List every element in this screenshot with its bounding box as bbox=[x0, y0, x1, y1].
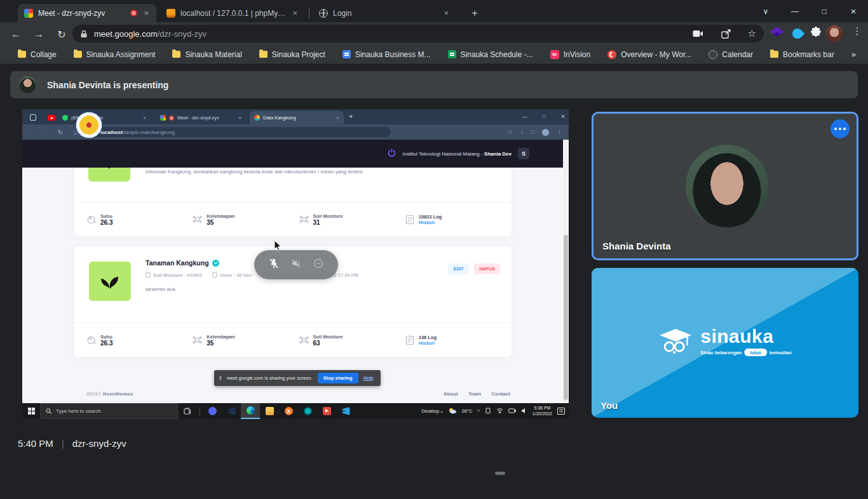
bookmark-calendar[interactable]: Calendar bbox=[709, 50, 753, 59]
copyright-name: Keenthemes bbox=[103, 391, 133, 397]
close-tab-icon[interactable]: × bbox=[142, 8, 150, 18]
scrollbar-track[interactable] bbox=[563, 140, 569, 403]
task-view-icon[interactable] bbox=[178, 408, 197, 415]
bookmark-business[interactable]: Sinauka Business M... bbox=[342, 50, 431, 59]
inner-minimize-icon: — bbox=[517, 109, 533, 123]
stat-value: 31 bbox=[313, 219, 343, 226]
tile-more-options-button[interactable] bbox=[831, 119, 850, 138]
taskbar-red-app-icon[interactable] bbox=[317, 403, 336, 419]
close-tab-icon[interactable]: × bbox=[442, 8, 450, 18]
tab-phpmyadmin[interactable]: localhost / 127.0.0.1 | phpMyAdm × bbox=[160, 4, 305, 22]
footer-link-team[interactable]: Team bbox=[468, 391, 481, 397]
scrollbar-thumb[interactable] bbox=[564, 235, 568, 400]
unpin-icon bbox=[268, 258, 280, 272]
tab-meet[interactable]: Meet - dzr-snyd-zyv × bbox=[18, 4, 156, 22]
camera-in-use-icon[interactable] bbox=[693, 30, 703, 37]
bookmarks-overflow-icon[interactable]: » bbox=[851, 50, 856, 59]
footer-link-about[interactable]: About bbox=[444, 391, 458, 397]
desktop-toolbar-label[interactable]: Desktop » bbox=[422, 408, 443, 414]
extension-drop-icon[interactable] bbox=[790, 27, 804, 41]
inner-tab-data-kangkung: Data Kangkung × bbox=[250, 111, 344, 124]
tab-login[interactable]: Login × bbox=[313, 4, 456, 22]
tag-icon bbox=[212, 272, 217, 277]
close-tab-icon[interactable]: × bbox=[291, 8, 299, 18]
profile-avatar[interactable] bbox=[826, 25, 843, 42]
action-center-icon[interactable] bbox=[557, 408, 565, 415]
taskbar-vscode-dark-icon[interactable] bbox=[222, 403, 241, 419]
inner-reload-icon: ↻ bbox=[53, 129, 68, 136]
taskbar-discord-icon[interactable] bbox=[203, 403, 222, 419]
address-bar[interactable]: meet.google.com /dzr-snyd-zyv ☆ bbox=[72, 25, 764, 43]
university-logo bbox=[76, 112, 102, 138]
inner-profile-avatar bbox=[542, 129, 549, 136]
meeting-time: 5:40 PM bbox=[18, 438, 53, 449]
share-icon[interactable] bbox=[721, 29, 731, 39]
bookmark-star-icon[interactable]: ☆ bbox=[748, 28, 756, 39]
drag-grip-icon[interactable]: ‖ bbox=[219, 375, 222, 382]
hide-link[interactable]: Hide bbox=[363, 375, 374, 381]
shared-screen-presentation[interactable]: (69) WhatsApp × Meet - dzr-snyd-zyv × Da… bbox=[22, 109, 569, 419]
bookmark-invision[interactable]: inInVision bbox=[550, 50, 590, 59]
presenting-banner: Shania Devinta is presenting bbox=[10, 71, 858, 98]
invision-icon: in bbox=[550, 50, 559, 59]
site-header: Institut Teknologi Nasional Malang - Sha… bbox=[22, 140, 569, 168]
taskbar-edge-icon[interactable] bbox=[241, 403, 260, 419]
reload-icon[interactable]: ↻ bbox=[53, 26, 70, 43]
bookmark-label: Collage bbox=[31, 50, 57, 59]
site-footer: 2021© Keenthemes About Team Contact bbox=[22, 384, 569, 403]
extensions-puzzle-icon[interactable] bbox=[810, 27, 824, 41]
video-tile-presenter[interactable]: Shania Devinta bbox=[592, 112, 858, 260]
temperature-icon bbox=[86, 215, 96, 224]
bookmark-assignment[interactable]: Sinauka Assignment bbox=[74, 50, 156, 59]
tray-expand-icon[interactable]: ^ bbox=[477, 408, 480, 414]
histori-link[interactable]: Histori bbox=[419, 340, 437, 346]
bookmark-overview[interactable]: Overview - My Wor... bbox=[607, 50, 691, 59]
delete-button[interactable]: HAPUS bbox=[474, 263, 500, 274]
tab-label: Data Kangkung bbox=[263, 115, 333, 121]
taskbar-explorer-icon[interactable] bbox=[260, 403, 279, 419]
temperature-icon bbox=[86, 335, 96, 345]
taskbar-xampp-icon[interactable]: X bbox=[279, 403, 298, 419]
start-button[interactable] bbox=[22, 408, 40, 415]
bookmark-material[interactable]: Sinauka Material bbox=[172, 50, 241, 59]
stop-sharing-button[interactable]: Stop sharing bbox=[318, 373, 358, 383]
windows-taskbar: Type here to search X Desktop » 26°C ^ 5… bbox=[22, 403, 569, 419]
tab-search-chevron-icon[interactable]: ∨ bbox=[752, 0, 780, 22]
brand-name: sinauka bbox=[700, 326, 773, 347]
kangkung-info-card: Informasi Kangkung, tambahkan kangkung b… bbox=[74, 168, 512, 236]
back-icon[interactable]: ← bbox=[8, 26, 24, 43]
stat-suhu: Suhu26.3 bbox=[86, 213, 193, 226]
window-minimize-button[interactable]: — bbox=[781, 0, 809, 22]
document-icon bbox=[405, 335, 414, 345]
taskbar-clock[interactable]: 5:38 PM1/20/2022 bbox=[532, 406, 552, 417]
kangkung-favicon bbox=[254, 115, 260, 121]
bookmark-collage[interactable]: Collage bbox=[18, 50, 57, 59]
sheets-icon bbox=[448, 50, 456, 58]
meet-favicon bbox=[24, 9, 33, 18]
histori-link[interactable]: Histori bbox=[419, 220, 442, 225]
browser-menu-icon[interactable]: ⋮ bbox=[850, 25, 864, 39]
forward-icon[interactable]: → bbox=[31, 26, 47, 43]
folder-icon bbox=[18, 51, 26, 58]
chevrons-icon: » bbox=[440, 409, 442, 413]
taskbar-teal-app-icon[interactable] bbox=[298, 403, 317, 419]
bookmark-project[interactable]: Sinauka Project bbox=[259, 50, 325, 59]
tab-label: localhost / 127.0.0.1 | phpMyAdm bbox=[180, 9, 286, 18]
stats-row: Suhu26.3 Kelembapan35 Soil Moisture31 10… bbox=[74, 202, 512, 236]
window-close-button[interactable]: × bbox=[839, 0, 867, 22]
inner-url-host: localhost bbox=[100, 130, 123, 135]
taskbar-vscode-blue-icon[interactable] bbox=[336, 403, 355, 419]
window-maximize-button[interactable]: □ bbox=[810, 0, 838, 22]
inner-tab-bar: (69) WhatsApp × Meet - dzr-snyd-zyv × Da… bbox=[22, 109, 569, 124]
taskbar-search-input[interactable]: Type here to search bbox=[40, 403, 178, 419]
new-tab-button[interactable]: + bbox=[466, 5, 483, 22]
tagline-badge: lulus bbox=[744, 349, 767, 356]
edit-button[interactable]: EDIT bbox=[448, 263, 470, 274]
weather-icon bbox=[448, 408, 457, 415]
footer-link-contact[interactable]: Contact bbox=[491, 391, 510, 397]
bookmark-schedule[interactable]: Sinauka Schedule -... bbox=[448, 50, 533, 59]
meta-umur: Umur : 40 hari bbox=[212, 272, 252, 278]
bookmark-bookmarks-bar[interactable]: Bookmarks bar bbox=[770, 50, 834, 59]
video-tile-you[interactable]: sinauka Sinau bebarengan lulus kemudian … bbox=[592, 268, 858, 418]
recording-indicator-icon bbox=[130, 10, 137, 17]
